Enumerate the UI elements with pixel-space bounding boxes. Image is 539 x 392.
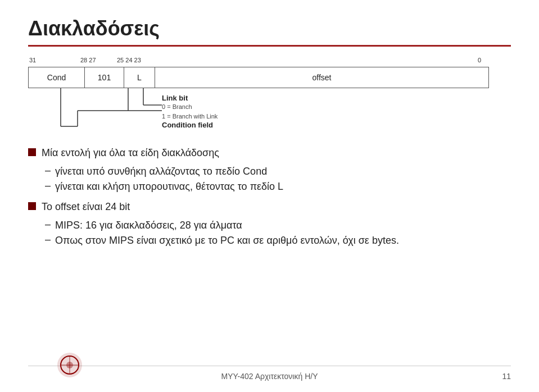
bit-25-24-23: 25 24 23 (117, 57, 141, 63)
link-bit-sub2: 1 = Branch with Link (162, 112, 218, 121)
footer-course: ΜΥΥ-402 Αρχιτεκτονική Η/Υ (221, 372, 318, 381)
dash-2-2: – (45, 234, 51, 245)
field-cond: Cond (29, 67, 85, 88)
bullet-2: Το offset είναι 24 bit (28, 200, 511, 214)
bit-31: 31 (29, 57, 36, 63)
bullet-1: Μία εντολή για όλα τα είδη διακλάδοσης (28, 146, 511, 160)
content-area: Μία εντολή για όλα τα είδη διακλάδοσης –… (28, 146, 511, 366)
field-l: L (124, 67, 155, 88)
page-title: Διακλαδόσεις (28, 17, 511, 40)
instruction-format-diagram: 31 28 27 25 24 23 0 Cond 101 L offset (28, 57, 511, 136)
sub-bullet-1-2: – γίνεται και κλήση υπορουτινας, θέτοντα… (45, 180, 511, 194)
footer-page-number: 11 (502, 372, 511, 381)
logo (56, 352, 83, 381)
bit-28-27: 28 27 (80, 57, 96, 63)
field-offset: offset (155, 67, 488, 88)
page: Διακλαδόσεις 31 28 27 25 24 23 0 Cond 10… (0, 0, 539, 392)
bit-labels-row: 31 28 27 25 24 23 0 (28, 57, 489, 66)
dash-1-2: – (45, 180, 51, 192)
annotation-svg (33, 88, 269, 139)
title-underline (28, 45, 511, 47)
bullet-icon-2 (28, 202, 36, 210)
sub-bullets-2: – MIPS: 16 για διακλαδόσεις, 28 για άλμα… (45, 218, 511, 249)
sub-text-2-1: MIPS: 16 για διακλαδόσεις, 28 για άλματα (55, 218, 242, 233)
sub-bullet-2-1: – MIPS: 16 για διακλαδόσεις, 28 για άλμα… (45, 218, 511, 233)
bit-0: 0 (478, 57, 481, 63)
sub-bullet-2-2: – Οπως στον MIPS είναι σχετικό με το PC … (45, 234, 511, 248)
link-bit-sub1: 0 = Branch (162, 102, 218, 112)
bullet-2-text: Το offset είναι 24 bit (42, 200, 130, 214)
link-bit-annotation: Link bit 0 = Branch 1 = Branch with Link (162, 94, 218, 121)
dash-2-1: – (45, 218, 51, 230)
annotation-area: Link bit 0 = Branch 1 = Branch with Link… (33, 88, 269, 136)
sub-bullets-1: – γίνεται υπό συνθήκη αλλάζοντας το πεδί… (45, 165, 511, 195)
sub-text-1-1: γίνεται υπό συνθήκη αλλάζοντας το πεδίο … (55, 165, 267, 179)
format-row: Cond 101 L offset (28, 67, 489, 88)
dash-1-1: – (45, 165, 51, 176)
sub-text-2-2: Οπως στον MIPS είναι σχετικό με το PC κα… (55, 234, 399, 248)
sub-text-1-2: γίνεται και κλήση υπορουτινας, θέτοντας … (55, 180, 283, 194)
bullet-icon-1 (28, 148, 36, 156)
footer: ΜΥΥ-402 Αρχιτεκτονική Η/Υ 11 (28, 366, 511, 381)
field-101: 101 (85, 67, 124, 88)
sub-bullet-1-1: – γίνεται υπό συνθήκη αλλάζοντας το πεδί… (45, 165, 511, 179)
bullet-1-text: Μία εντολή για όλα τα είδη διακλάδοσης (42, 146, 219, 160)
link-bit-title: Link bit (162, 94, 218, 102)
condition-field-label: Condition field (162, 121, 213, 129)
